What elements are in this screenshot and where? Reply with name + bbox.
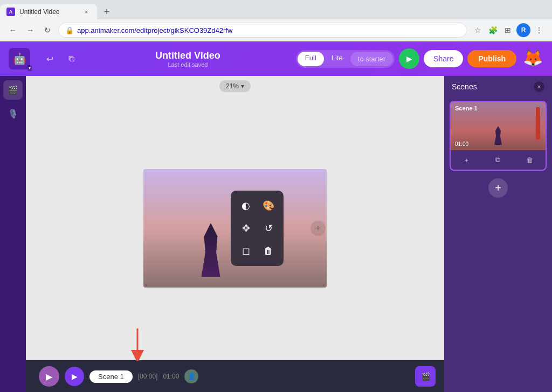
publish-button[interactable]: Publish <box>467 50 516 67</box>
last-edit-label: Last edit saved <box>168 61 208 68</box>
scene-name-label: Scene 1 <box>89 370 133 383</box>
delete-scene-button[interactable]: 🗑 <box>522 152 537 167</box>
copy-button[interactable]: ⧉ <box>63 50 80 67</box>
scenes-close-button[interactable]: × <box>534 81 544 92</box>
header-actions-right: Full Lite to starter ▶ Share Publish 🦊 <box>296 48 543 69</box>
tab-close-button[interactable]: × <box>82 8 91 16</box>
sidebar-mic-icon[interactable]: 🎙️ <box>3 104 23 123</box>
menu-button[interactable]: ⋮ <box>533 24 546 37</box>
bookmark-button[interactable]: ☆ <box>471 24 484 37</box>
mascot-icon: 🦊 <box>523 48 543 69</box>
avatar-icon: 👤 <box>184 369 198 383</box>
scene-thumb-name: Scene 1 <box>455 105 478 111</box>
context-move-button[interactable]: ✥ <box>236 219 256 238</box>
context-menu-popup: ◐ 🎨 ✥ ↺ ◻ 🗑 <box>231 191 284 266</box>
browser-chrome: A Untitled Video × + ← → ↻ 🔒 app.animake… <box>0 0 552 41</box>
timecode-display: [00:00] <box>138 373 158 380</box>
logo-dropdown-icon: ▾ <box>27 65 32 71</box>
sync-button[interactable]: ⊞ <box>501 24 514 37</box>
scene-actions: + ⧉ 🗑 <box>451 150 546 170</box>
canvas-toolbar: 21% ▾ <box>26 76 444 96</box>
project-title: Untitled Video <box>155 50 220 61</box>
thumbnail-accent-bar <box>536 107 540 139</box>
left-sidebar: 🎬 🎙️ <box>0 76 26 392</box>
duplicate-scene-button[interactable]: ⧉ <box>491 152 506 167</box>
main-area: 🎬 🎙️ 21% ▾ ◐ 🎨 ✥ ↺ <box>0 76 552 392</box>
scene-thumbnail-image: Scene 1 01:00 <box>451 102 546 150</box>
app-header: 🤖 ▾ ↩ ⧉ Untitled Video Last edit saved F… <box>0 41 552 76</box>
app-logo[interactable]: 🤖 ▾ <box>9 48 30 69</box>
timeline-scene-controls: ▶ ▶ Scene 1 [00:00] 01:00 👤 🎬 <box>26 360 444 392</box>
tab-bar: A Untitled Video × + <box>0 0 552 19</box>
video-scene-icon[interactable]: 🎬 <box>415 366 436 387</box>
canvas-viewport: ◐ 🎨 ✥ ↺ ◻ 🗑 + <box>26 96 444 360</box>
new-tab-button[interactable]: + <box>99 4 114 19</box>
scene-canvas: ◐ 🎨 ✥ ↺ ◻ 🗑 <box>143 169 327 288</box>
zoom-level: 21% <box>226 82 239 90</box>
extensions-button[interactable]: 🧩 <box>486 24 499 37</box>
duration-display: 01:00 <box>163 373 179 380</box>
tab-title: Untitled Video <box>19 8 78 16</box>
context-adjust-button[interactable]: ◐ <box>236 196 256 215</box>
add-new-scene-button[interactable]: + <box>488 178 508 198</box>
context-transform-button[interactable]: ↺ <box>259 219 278 238</box>
share-button[interactable]: Share <box>424 50 463 67</box>
browser-icons: ☆ 🧩 ⊞ R ⋮ <box>471 23 546 37</box>
scenes-header: Scenes × <box>444 76 552 97</box>
preview-play-button[interactable]: ▶ <box>399 48 419 69</box>
scenes-panel: Scenes × Scene 1 01:00 + ⧉ 🗑 + <box>444 76 552 392</box>
sidebar-video-icon[interactable]: 🎬 <box>3 80 23 100</box>
full-mode-button[interactable]: Full <box>298 52 324 66</box>
mode-switcher: Full Lite to starter <box>296 50 395 68</box>
context-delete-button[interactable]: 🗑 <box>259 241 278 261</box>
scenes-title: Scenes <box>452 82 477 91</box>
tab-favicon: A <box>6 8 15 16</box>
starter-button[interactable]: to starter <box>350 52 393 66</box>
timeline-play-button[interactable]: ▶ <box>39 366 59 387</box>
reload-button[interactable]: ↻ <box>41 24 54 37</box>
zoom-indicator[interactable]: 21% ▾ <box>219 80 251 92</box>
add-scene-panel: + <box>448 178 548 198</box>
canvas-area: 21% ▾ ◐ 🎨 ✥ ↺ ◻ 🗑 <box>26 76 444 392</box>
header-actions-left: ↩ ⧉ <box>41 50 80 67</box>
back-button[interactable]: ← <box>6 24 19 37</box>
profile-button[interactable]: R <box>516 23 530 37</box>
header-center: Untitled Video Last edit saved <box>86 50 289 68</box>
add-scene-button[interactable]: + <box>459 152 474 167</box>
forward-button[interactable]: → <box>24 24 37 37</box>
lite-mode-button[interactable]: Lite <box>324 52 350 66</box>
context-palette-button[interactable]: 🎨 <box>259 196 278 215</box>
url-text: app.animaker.com/editproject/gikSKCO39Zd… <box>77 26 460 34</box>
add-element-button[interactable]: + <box>310 221 326 236</box>
context-visibility-button[interactable]: ◻ <box>236 241 256 261</box>
address-bar: ← → ↻ 🔒 app.animaker.com/editproject/gik… <box>0 19 552 41</box>
undo-button[interactable]: ↩ <box>41 50 58 67</box>
zoom-dropdown-icon: ▾ <box>241 82 244 90</box>
scene-thumb-duration: 01:00 <box>455 141 468 147</box>
scene-play-button[interactable]: ▶ <box>65 367 84 386</box>
scene-1-thumbnail[interactable]: Scene 1 01:00 + ⧉ 🗑 <box>450 101 547 171</box>
url-bar[interactable]: 🔒 app.animaker.com/editproject/gikSKCO39… <box>58 23 467 38</box>
character-body <box>197 223 224 277</box>
active-tab[interactable]: A Untitled Video × <box>0 4 97 19</box>
